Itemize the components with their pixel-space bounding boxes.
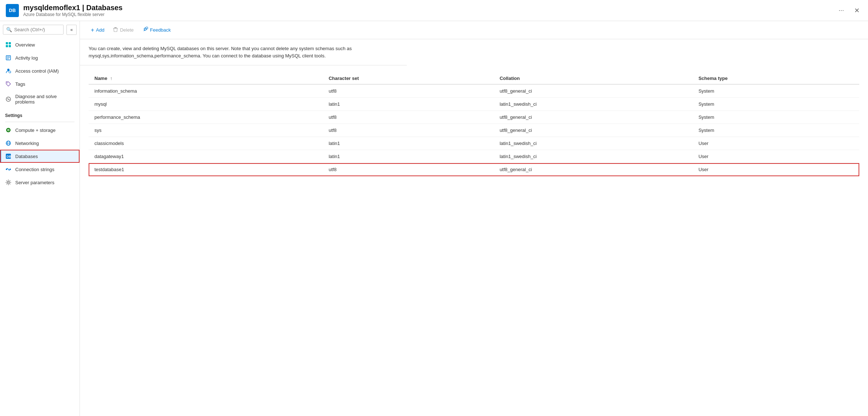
table-cell-charset: utf8 [323,124,494,137]
sidebar: 🔍 « Overview [0,21,80,416]
search-input[interactable] [14,27,60,32]
sidebar-item-label: Connection strings [15,167,54,172]
sidebar-item-label: Databases [15,154,38,159]
svg-point-21 [6,169,7,170]
sidebar-item-diagnose[interactable]: Diagnose and solve problems [0,90,80,108]
table-row[interactable]: classicmodelslatin1latin1_swedish_ciUser [89,137,859,150]
sidebar-item-label: Tags [15,81,25,87]
table-row[interactable]: performance_schemautf8utf8_general_ciSys… [89,111,859,124]
table-cell-schema_type: User [693,163,859,176]
add-button[interactable]: + Add [87,25,108,35]
table-cell-name: performance_schema [89,111,323,124]
table-cell-schema_type: System [693,84,859,98]
svg-rect-25 [114,27,117,28]
sidebar-item-label: Compute + storage [15,128,56,133]
table-cell-schema_type: System [693,111,859,124]
ellipsis-button[interactable]: ··· [836,5,847,16]
table-cell-collation: utf8_general_ci [494,163,693,176]
overview-icon [5,41,12,48]
col-collation: Collation [494,73,693,84]
sidebar-item-activity-log[interactable]: Activity log [0,51,80,64]
table-cell-collation: utf8_general_ci [494,124,693,137]
page-subtitle: Azure Database for MySQL flexible server [23,12,831,17]
app-icon: DB [6,4,19,17]
svg-rect-24 [113,28,118,29]
svg-point-23 [8,182,9,183]
settings-divider [5,122,74,122]
table-cell-charset: latin1 [323,150,494,163]
sidebar-item-access-control[interactable]: ✓ Access control (IAM) [0,64,80,77]
delete-icon [113,27,118,33]
sidebar-item-label: Activity log [15,55,38,61]
table-cell-collation: latin1_swedish_ci [494,150,693,163]
sidebar-item-label: Diagnose and solve problems [15,94,74,105]
table-header-row: Name ↑ Character set Collation Schema ty… [89,73,859,84]
compute-icon [5,127,12,133]
collapse-sidebar-button[interactable]: « [66,25,77,35]
table-row[interactable]: sysutf8utf8_general_ciSystem [89,124,859,137]
sort-icon: ↑ [110,76,113,81]
table-cell-name: testdatabase1 [89,163,323,176]
sidebar-item-databases[interactable]: DB Databases [0,150,80,163]
diagnose-icon [5,96,12,102]
table-cell-charset: latin1 [323,98,494,111]
table-cell-name: datagateway1 [89,150,323,163]
table-cell-schema_type: User [693,150,859,163]
search-icon: 🔍 [6,27,12,32]
table-cell-collation: latin1_swedish_ci [494,137,693,150]
settings-section-label: Settings [0,108,80,120]
table-cell-name: sys [89,124,323,137]
table-cell-collation: latin1_swedish_ci [494,98,693,111]
tags-icon [5,81,12,87]
databases-icon: DB [5,153,12,159]
sidebar-item-label: Access control (IAM) [15,68,59,74]
sidebar-item-label: Networking [15,141,39,146]
table-cell-charset: utf8 [323,84,494,98]
table-cell-schema_type: User [693,137,859,150]
sidebar-item-networking[interactable]: Networking [0,137,80,150]
add-icon: + [91,27,94,33]
page-title: mysqldemoflex1 | Databases [23,4,831,12]
table-cell-charset: utf8 [323,111,494,124]
svg-rect-2 [6,45,8,47]
table-cell-name: information_schema [89,84,323,98]
svg-text:DB: DB [7,155,11,158]
description-text: You can create, view and deleting MySQL … [80,39,407,65]
table-cell-name: classicmodels [89,137,323,150]
table-row[interactable]: testdatabase1utf8utf8_general_ciUser [89,163,859,176]
table-row[interactable]: datagateway1latin1latin1_swedish_ciUser [89,150,859,163]
svg-rect-1 [9,42,11,44]
networking-icon [5,140,12,146]
connection-strings-icon [5,166,12,173]
sidebar-item-compute-storage[interactable]: Compute + storage [0,124,80,137]
sidebar-item-connection-strings[interactable]: Connection strings [0,163,80,176]
svg-rect-3 [9,45,11,47]
svg-point-22 [9,169,11,170]
close-button[interactable]: ✕ [851,5,862,16]
sidebar-item-server-parameters[interactable]: Server parameters [0,176,80,189]
table-cell-charset: utf8 [323,163,494,176]
table-cell-charset: latin1 [323,137,494,150]
table-cell-name: mysql [89,98,323,111]
col-name: Name ↑ [89,73,323,84]
search-box[interactable]: 🔍 [3,25,64,35]
table-cell-collation: utf8_general_ci [494,111,693,124]
table-row[interactable]: mysqllatin1latin1_swedish_ciSystem [89,98,859,111]
databases-table: Name ↑ Character set Collation Schema ty… [89,73,859,176]
delete-button[interactable]: Delete [109,25,137,35]
col-schema-type: Schema type [693,73,859,84]
main-content: + Add Delete [80,21,868,416]
feedback-button[interactable]: Feedback [139,25,174,35]
svg-rect-0 [6,42,8,44]
feedback-icon [142,27,148,33]
sidebar-item-label: Overview [15,42,35,48]
table-body: information_schemautf8utf8_general_ciSys… [89,84,859,176]
activity-log-icon [5,54,12,61]
gear-icon [5,179,12,186]
svg-text:✓: ✓ [9,71,11,73]
databases-table-section: Name ↑ Character set Collation Schema ty… [80,65,868,183]
table-row[interactable]: information_schemautf8utf8_general_ciSys… [89,84,859,98]
sidebar-item-tags[interactable]: Tags [0,77,80,90]
table-cell-schema_type: System [693,98,859,111]
sidebar-item-overview[interactable]: Overview [0,38,80,51]
